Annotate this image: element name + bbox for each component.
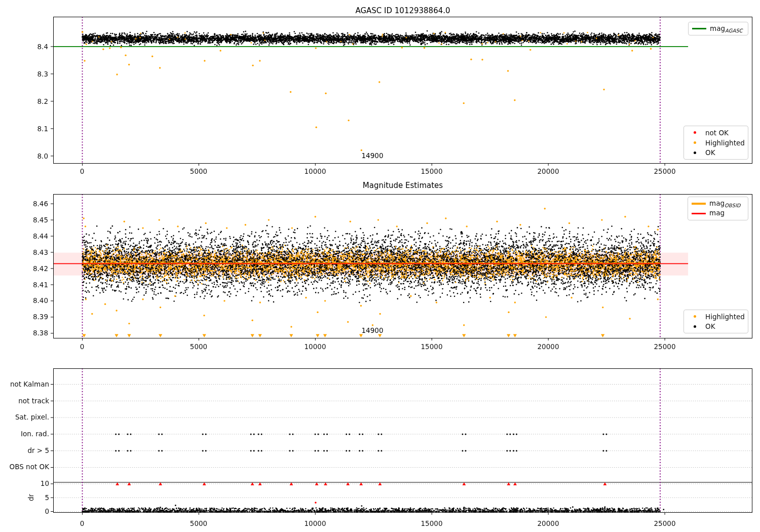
black-dot-swatch — [687, 325, 702, 328]
category-label: Sat. pixel. — [4, 413, 49, 421]
y-tick-label: 8.42 — [24, 264, 48, 273]
category-label: dr > 5 — [4, 446, 49, 454]
y-tick-label: 8.38 — [24, 329, 48, 337]
x-tick-label: 5000 — [190, 519, 207, 527]
legend-item: Highlighted — [687, 312, 745, 322]
legend-item: OK — [687, 147, 745, 158]
dr-axis-label: dr — [27, 490, 35, 505]
n-points-annotation: 14900 — [362, 326, 384, 334]
x-tick-label: 15000 — [421, 519, 443, 527]
x-tick-label: 10000 — [305, 343, 326, 351]
legend-label: not OK — [705, 129, 729, 137]
orange-line-swatch — [691, 203, 706, 205]
legend-label: OK — [705, 148, 715, 157]
legend-label: Highlighted — [705, 139, 745, 147]
y-tick-label: 8.40 — [24, 296, 48, 305]
dr-tick-label: 5 — [36, 493, 49, 502]
legend-mag-lines: magOBSID mag — [688, 197, 748, 220]
x-tick-label: 20000 — [538, 519, 559, 527]
x-tick-label: 25000 — [654, 167, 676, 175]
red-dot-swatch — [687, 131, 702, 134]
legend-plot2-markers: Highlighted OK — [683, 310, 748, 333]
y-tick-label: 8.39 — [24, 313, 48, 321]
black-dot-swatch — [687, 151, 702, 154]
n-points-annotation: 14900 — [362, 151, 384, 160]
category-label: OBS not OK — [4, 463, 49, 471]
orange-dot-swatch — [687, 315, 702, 318]
legend-label: magOBSID — [709, 199, 741, 208]
category-label: not track — [4, 397, 49, 405]
legend-label: mag — [709, 209, 725, 218]
chart-canvas — [0, 0, 760, 532]
x-tick-label: 5000 — [190, 343, 207, 351]
legend-item: magOBSID — [691, 199, 745, 209]
y-tick-label: 8.46 — [24, 200, 48, 208]
legend-item: Highlighted — [687, 138, 745, 148]
y-tick-label: 8.41 — [24, 281, 48, 289]
x-tick-label: 0 — [80, 519, 85, 527]
x-tick-label: 5000 — [190, 167, 207, 175]
legend-label: Highlighted — [705, 313, 745, 321]
legend-mag-agasc: magAGASC — [688, 22, 748, 35]
y-tick-label: 8.4 — [28, 43, 48, 51]
y-tick-label: 8.43 — [24, 248, 48, 256]
y-tick-label: 8.2 — [28, 97, 48, 105]
x-tick-label: 20000 — [538, 167, 559, 175]
orange-dot-swatch — [687, 141, 702, 144]
x-tick-label: 20000 — [538, 343, 559, 351]
x-tick-label: 15000 — [421, 343, 443, 351]
plot1-title: AGASC ID 1012938864.0 — [355, 6, 450, 15]
y-tick-label: 8.1 — [28, 125, 48, 133]
y-tick-label: 8.45 — [24, 216, 48, 224]
figure: AGASC ID 1012938864.0 Magnitude Estimate… — [0, 0, 760, 532]
plot2-title: Magnitude Estimates — [363, 181, 443, 190]
legend-item: OK — [687, 322, 745, 332]
x-tick-label: 0 — [80, 343, 85, 351]
legend-item: magAGASC — [692, 24, 745, 33]
y-tick-label: 8.3 — [28, 70, 48, 78]
x-tick-label: 25000 — [654, 343, 676, 351]
x-tick-label: 25000 — [654, 519, 676, 527]
dr-tick-label: 10 — [36, 479, 49, 487]
legend-item: not OK — [687, 128, 745, 138]
y-tick-label: 8.44 — [24, 232, 48, 240]
category-label: Ion. rad. — [4, 430, 49, 438]
legend-label: magAGASC — [710, 24, 743, 33]
y-tick-label: 8.0 — [28, 152, 48, 160]
dr-tick-label: 0 — [36, 507, 49, 515]
green-line-swatch — [692, 28, 707, 29]
x-tick-label: 0 — [80, 167, 85, 175]
legend-item: mag — [691, 209, 745, 219]
legend-plot1-markers: not OK Highlighted OK — [683, 126, 748, 160]
x-tick-label: 10000 — [305, 167, 326, 175]
x-tick-label: 15000 — [421, 167, 443, 175]
x-tick-label: 10000 — [305, 519, 326, 527]
category-label: not Kalman — [4, 380, 49, 388]
legend-label: OK — [705, 322, 715, 330]
red-line-swatch — [691, 213, 706, 214]
